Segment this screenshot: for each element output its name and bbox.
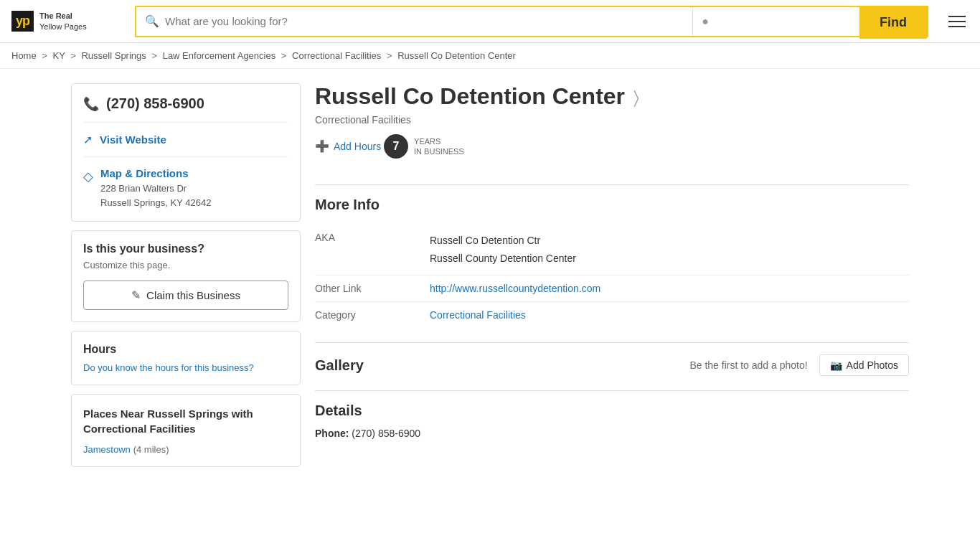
divider-1 bbox=[315, 184, 909, 185]
address-line1: 228 Brian Walters Dr Russell Springs, KY… bbox=[100, 182, 211, 209]
hamburger-line-2 bbox=[948, 21, 966, 22]
gallery-title: Gallery bbox=[315, 357, 364, 374]
location-icon: ● bbox=[702, 15, 709, 28]
logo-yp-box: yp bbox=[11, 11, 34, 32]
breadcrumb-business[interactable]: Russell Co Detention Center bbox=[397, 50, 516, 61]
header: yp The Real Yellow Pages 🔍 ● Dallas, TX … bbox=[0, 0, 980, 43]
category-value: Correctional Facilities bbox=[430, 302, 909, 329]
left-column: 📞 (270) 858-6900 ➚ Visit Website ◇ Map &… bbox=[71, 83, 301, 467]
breadcrumb: Home > KY > Russell Springs > Law Enforc… bbox=[0, 43, 980, 69]
gallery-header: Gallery Be the first to add a photo! 📷 A… bbox=[315, 354, 909, 376]
breadcrumb-correctional[interactable]: Correctional Facilities bbox=[292, 50, 381, 61]
website-row: ➚ Visit Website bbox=[83, 123, 288, 157]
search-input[interactable] bbox=[165, 15, 684, 27]
map-address-block: Map & Directions 228 Brian Walters Dr Ru… bbox=[100, 167, 211, 209]
nearby-card: Places Near Russell Springs with Correct… bbox=[71, 394, 301, 467]
business-category: Correctional Facilities bbox=[315, 114, 909, 126]
claim-card: Is this your business? Customize this pa… bbox=[71, 230, 301, 322]
nearby-distance: (4 miles) bbox=[133, 444, 169, 455]
gallery-section: Gallery Be the first to add a photo! 📷 A… bbox=[315, 354, 909, 376]
nearby-title: Places Near Russell Springs with Correct… bbox=[83, 406, 288, 436]
more-info-title: More Info bbox=[315, 197, 909, 213]
hamburger-line-1 bbox=[948, 16, 966, 17]
logo-yp-text: yp bbox=[16, 14, 29, 28]
add-hours-label: Add Hours bbox=[334, 141, 381, 152]
find-button[interactable]: Find bbox=[859, 7, 927, 39]
details-phone: Phone: (270) 858-6900 bbox=[315, 428, 909, 439]
aka-value-2: Russell County Detention Center bbox=[430, 250, 909, 268]
hours-card: Hours Do you know the hours for this bus… bbox=[71, 331, 301, 385]
phone-icon: 📞 bbox=[83, 96, 99, 112]
phone-detail-label: Phone: bbox=[315, 428, 349, 439]
more-info-table: AKA Russell Co Detention Ctr Russell Cou… bbox=[315, 225, 909, 328]
category-row: Category Correctional Facilities bbox=[315, 302, 909, 329]
category-label: Category bbox=[315, 302, 430, 329]
external-link-icon: ➚ bbox=[83, 133, 93, 146]
hours-title: Hours bbox=[83, 343, 288, 356]
more-info-section: More Info AKA Russell Co Detention Ctr R… bbox=[315, 197, 909, 328]
claim-business-button[interactable]: ✎ Claim this Business bbox=[83, 281, 288, 310]
search-icon: 🔍 bbox=[145, 14, 159, 28]
gallery-note: Be the first to add a photo! bbox=[689, 359, 807, 371]
breadcrumb-law-enforcement[interactable]: Law Enforcement Agencies bbox=[163, 50, 276, 61]
aka-label: AKA bbox=[315, 225, 430, 276]
camera-icon: 📷 bbox=[830, 359, 842, 371]
add-hours-icon: ➕ bbox=[315, 139, 329, 153]
years-in-business-badge: 7 YEARS IN BUSINESS bbox=[384, 134, 464, 159]
add-hours-link[interactable]: ➕ Add Hours bbox=[315, 139, 381, 153]
divider-2 bbox=[315, 342, 909, 343]
hamburger-menu[interactable] bbox=[946, 13, 969, 30]
claim-icon: ✎ bbox=[131, 288, 141, 302]
phone-number: (270) 858-6900 bbox=[106, 95, 204, 112]
breadcrumb-sep-1: > bbox=[42, 50, 47, 61]
add-photos-button[interactable]: 📷 Add Photos bbox=[819, 354, 909, 376]
map-icon: ◇ bbox=[83, 169, 93, 184]
business-name: Russell Co Detention Center bbox=[315, 83, 625, 110]
business-header: Russell Co Detention Center 〉 bbox=[315, 83, 909, 110]
other-link-value: http://www.russellcountydetention.com bbox=[430, 276, 909, 302]
aka-row: AKA Russell Co Detention Ctr Russell Cou… bbox=[315, 225, 909, 276]
logo-tagline: The Real Yellow Pages bbox=[39, 11, 87, 32]
map-row: ◇ Map & Directions 228 Brian Walters Dr … bbox=[83, 157, 288, 209]
details-title: Details bbox=[315, 402, 909, 419]
divider-3 bbox=[315, 390, 909, 391]
nearby-city-link[interactable]: Jamestown bbox=[83, 444, 131, 455]
contact-card: 📞 (270) 858-6900 ➚ Visit Website ◇ Map &… bbox=[71, 83, 301, 222]
breadcrumb-sep-4: > bbox=[281, 50, 287, 61]
right-column: Russell Co Detention Center 〉 Correction… bbox=[315, 83, 909, 467]
logo: yp The Real Yellow Pages bbox=[11, 11, 126, 32]
breadcrumb-russell-springs[interactable]: Russell Springs bbox=[81, 50, 146, 61]
search-where-container: ● Dallas, TX bbox=[693, 7, 859, 36]
add-photos-label: Add Photos bbox=[847, 359, 898, 371]
search-what-container: 🔍 bbox=[136, 7, 693, 36]
aka-values: Russell Co Detention Ctr Russell County … bbox=[430, 225, 909, 276]
main-content: 📞 (270) 858-6900 ➚ Visit Website ◇ Map &… bbox=[60, 69, 920, 481]
claim-subtitle: Customize this page. bbox=[83, 260, 288, 270]
breadcrumb-sep-3: > bbox=[151, 50, 157, 61]
search-bar: 🔍 ● Dallas, TX Find bbox=[135, 6, 928, 37]
other-link[interactable]: http://www.russellcountydetention.com bbox=[430, 283, 600, 294]
visit-website-link[interactable]: Visit Website bbox=[100, 133, 166, 146]
other-link-row: Other Link http://www.russellcountydeten… bbox=[315, 276, 909, 302]
breadcrumb-home[interactable]: Home bbox=[11, 50, 37, 61]
years-circle: 7 bbox=[384, 134, 408, 159]
other-link-label: Other Link bbox=[315, 276, 430, 302]
breadcrumb-sep-5: > bbox=[387, 50, 392, 61]
hours-link[interactable]: Do you know the hours for this business? bbox=[83, 362, 254, 373]
phone-detail-value: (270) 858-6900 bbox=[352, 428, 420, 439]
aka-value-1: Russell Co Detention Ctr bbox=[430, 232, 909, 250]
location-input[interactable]: Dallas, TX bbox=[715, 15, 851, 27]
gallery-actions: Be the first to add a photo! 📷 Add Photo… bbox=[689, 354, 909, 376]
hamburger-line-3 bbox=[948, 26, 966, 27]
claim-btn-label: Claim this Business bbox=[146, 289, 240, 301]
phone-row: 📞 (270) 858-6900 bbox=[83, 95, 288, 123]
map-directions-link[interactable]: Map & Directions bbox=[100, 167, 189, 179]
breadcrumb-sep-2: > bbox=[70, 50, 76, 61]
category-link[interactable]: Correctional Facilities bbox=[430, 309, 526, 321]
details-section: Details Phone: (270) 858-6900 bbox=[315, 402, 909, 439]
bookmark-icon[interactable]: 〉 bbox=[633, 88, 639, 108]
years-text: YEARS IN BUSINESS bbox=[414, 136, 464, 157]
breadcrumb-ky[interactable]: KY bbox=[53, 50, 65, 61]
claim-title: Is this your business? bbox=[83, 242, 288, 255]
